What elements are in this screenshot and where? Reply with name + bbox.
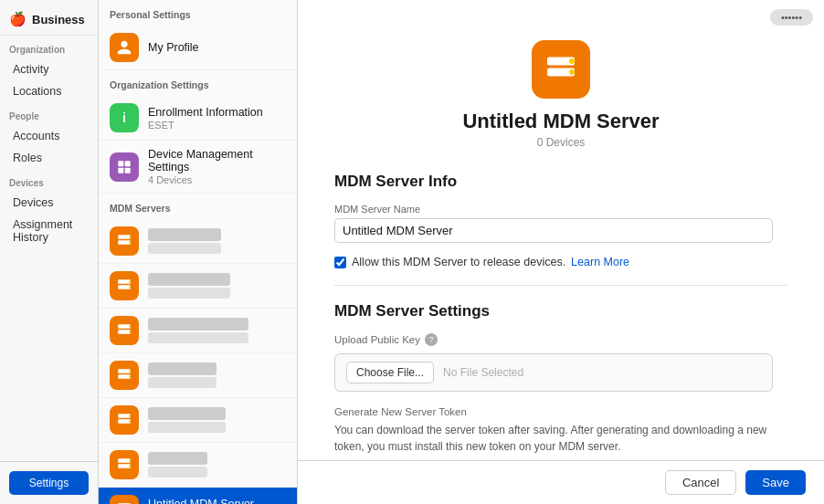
server-5-title — [148, 407, 226, 420]
server-4-title — [148, 362, 217, 375]
svg-rect-17 — [118, 374, 131, 379]
svg-rect-21 — [118, 419, 131, 424]
server-3-sub — [148, 332, 248, 343]
server-name-field-group: MDM Server Name — [334, 204, 787, 243]
token-label: Generate New Server Token — [334, 406, 787, 417]
svg-point-10 — [129, 280, 131, 282]
my-profile-icon — [110, 33, 139, 62]
svg-rect-1 — [125, 161, 131, 166]
enrollment-text: Enrollment Information ESET — [148, 106, 263, 131]
choose-file-button[interactable]: Choose File... — [346, 362, 434, 383]
server-5-icon — [110, 405, 139, 435]
server-1-sub — [148, 243, 221, 254]
server-6-icon — [110, 450, 139, 479]
svg-rect-16 — [118, 369, 131, 373]
server-active-icon — [110, 495, 139, 504]
server-1-icon — [110, 226, 139, 256]
sidebar-item-assignment-history[interactable]: Assignment History — [4, 215, 94, 247]
main-body: Untitled MDM Server 0 Devices MDM Server… — [298, 0, 824, 460]
user-account-button[interactable]: •••••• — [770, 9, 813, 26]
token-description: You can download the server token after … — [334, 422, 773, 455]
server-device-count: 0 Devices — [537, 136, 586, 149]
panel-item-enrollment[interactable]: i Enrollment Information ESET — [99, 96, 297, 141]
token-section: Generate New Server Token You can downlo… — [334, 406, 787, 455]
upload-key-info-icon[interactable]: ? — [425, 333, 438, 346]
mdm-info-section-title: MDM Server Info — [334, 173, 787, 191]
svg-point-26 — [129, 459, 131, 461]
svg-point-11 — [129, 286, 131, 288]
svg-point-27 — [129, 465, 131, 467]
server-large-icon — [532, 40, 590, 99]
server-4-sub — [148, 377, 217, 388]
svg-point-6 — [129, 236, 131, 237]
panel-item-server-5[interactable] — [99, 398, 297, 443]
panel-item-server-1[interactable] — [99, 219, 297, 264]
svg-rect-2 — [118, 167, 123, 173]
sidebar-header: 🍎 Business — [0, 0, 98, 36]
device-mgmt-icon — [110, 152, 139, 182]
panel-item-server-3[interactable] — [99, 309, 297, 353]
enrollment-sub: ESET — [148, 120, 263, 131]
server-name-input[interactable] — [334, 218, 773, 243]
my-profile-text: My Profile — [148, 41, 199, 54]
svg-rect-0 — [118, 161, 123, 166]
server-header: Untitled MDM Server 0 Devices — [334, 18, 787, 163]
server-2-icon — [110, 271, 139, 300]
sidebar-brand: Business — [32, 13, 85, 26]
sidebar-item-accounts[interactable]: Accounts — [4, 126, 94, 146]
server-1-title — [148, 228, 221, 241]
svg-point-35 — [569, 69, 575, 75]
main-content: •••••• Untitled MDM Server 0 Devices MDM… — [298, 0, 824, 504]
device-mgmt-text: Device Management Settings 4 Devices — [148, 148, 286, 185]
middle-panel: Personal Settings My Profile Organizatio… — [99, 0, 298, 504]
mdm-settings-section-title: MDM Server Settings — [334, 302, 787, 320]
panel-item-server-active[interactable]: Untitled MDM Server 0 Devices — [99, 488, 297, 504]
svg-point-7 — [129, 241, 131, 243]
svg-rect-3 — [125, 167, 131, 173]
server-2-sub — [148, 288, 230, 299]
save-button[interactable]: Save — [745, 470, 806, 495]
learn-more-link[interactable]: Learn More — [571, 256, 629, 268]
sidebar-item-devices[interactable]: Devices — [4, 193, 94, 213]
sidebar-item-roles[interactable]: Roles — [4, 148, 94, 168]
panel-item-server-6[interactable] — [99, 443, 297, 488]
svg-point-15 — [129, 331, 131, 332]
upload-key-label: Upload Public Key ? — [334, 333, 787, 346]
settings-button[interactable]: Settings — [9, 471, 89, 495]
devices-section-label: Devices — [0, 169, 98, 192]
svg-point-34 — [569, 58, 575, 64]
enrollment-icon: i — [110, 103, 139, 132]
release-devices-checkbox[interactable] — [334, 257, 346, 268]
bottom-bar: Cancel Save — [298, 460, 824, 504]
device-mgmt-sub: 4 Devices — [148, 174, 286, 185]
server-3-text — [148, 318, 248, 343]
file-upload-row: Choose File... No File Selected — [334, 353, 773, 392]
server-5-text — [148, 407, 226, 433]
people-section-label: People — [0, 102, 98, 125]
server-5-sub — [148, 422, 226, 433]
panel-item-server-2[interactable] — [99, 264, 297, 309]
sidebar-footer: Settings — [0, 461, 98, 504]
server-6-sub — [148, 467, 207, 478]
server-2-text — [148, 273, 230, 299]
svg-point-19 — [129, 375, 131, 377]
svg-rect-9 — [118, 285, 131, 289]
panel-item-device-mgmt[interactable]: Device Management Settings 4 Devices — [99, 141, 297, 194]
section-divider — [334, 285, 787, 286]
server-2-title — [148, 273, 230, 286]
svg-rect-5 — [118, 240, 131, 245]
cancel-button[interactable]: Cancel — [665, 470, 736, 495]
release-devices-row: Allow this MDM Server to release devices… — [334, 256, 787, 268]
apple-logo-icon: 🍎 — [9, 11, 26, 27]
server-active-text: Untitled MDM Server 0 Devices — [148, 498, 254, 505]
server-active-title: Untitled MDM Server — [148, 498, 254, 505]
device-mgmt-title: Device Management Settings — [148, 148, 286, 173]
svg-point-14 — [129, 325, 131, 327]
panel-item-my-profile[interactable]: My Profile — [99, 26, 297, 70]
panel-item-server-4[interactable] — [99, 353, 297, 398]
sidebar-item-locations[interactable]: Locations — [4, 81, 94, 101]
svg-rect-8 — [118, 279, 131, 284]
sidebar-item-activity[interactable]: Activity — [4, 59, 94, 79]
svg-point-22 — [129, 415, 131, 416]
server-4-icon — [110, 361, 139, 390]
